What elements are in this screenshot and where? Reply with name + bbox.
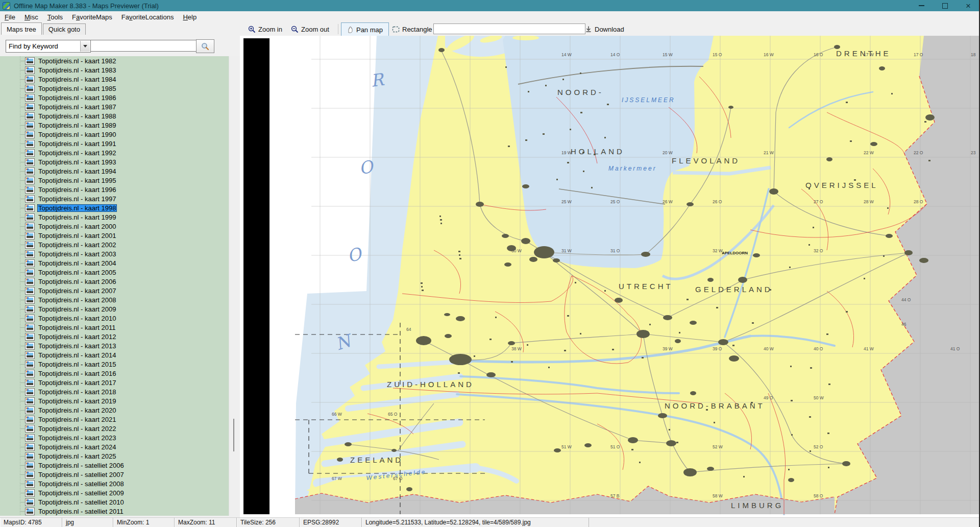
tree-item[interactable]: Topotijdreis.nl - kaart 1988: [0, 111, 229, 121]
tree-item[interactable]: Topotijdreis.nl - kaart 1987: [0, 102, 229, 111]
tree-item-label: Topotijdreis.nl - kaart 2000: [37, 223, 117, 230]
toolbar-text-input[interactable]: [433, 23, 585, 34]
keyword-search-input[interactable]: [90, 40, 197, 52]
tree-item[interactable]: Topotijdreis.nl - kaart 2016: [0, 369, 229, 378]
tree-item[interactable]: Topotijdreis.nl - kaart 2012: [0, 332, 229, 341]
tree-item[interactable]: Topotijdreis.nl - kaart 2000: [0, 222, 229, 231]
tree-item[interactable]: Topotijdreis.nl - kaart 2010: [0, 314, 229, 323]
tree-item-label: Topotijdreis.nl - satelliet 2007: [37, 471, 125, 478]
tree-connector: [20, 180, 24, 181]
tree-item[interactable]: Topotijdreis.nl - satelliet 2009: [0, 488, 229, 497]
pan-map-button[interactable]: Pan map: [341, 22, 389, 37]
svg-text:15 W: 15 W: [663, 52, 673, 57]
tree-item[interactable]: Topotijdreis.nl - kaart 1990: [0, 130, 229, 139]
tree-item[interactable]: Topotijdreis.nl - kaart 2018: [0, 387, 229, 396]
tree-item[interactable]: Topotijdreis.nl - kaart 2013: [0, 341, 229, 350]
tree-item[interactable]: Topotijdreis.nl - kaart 2006: [0, 277, 229, 286]
menu-misc[interactable]: Misc: [20, 12, 43, 22]
tree-item[interactable]: Topotijdreis.nl - kaart 1984: [0, 75, 229, 84]
tree-item[interactable]: Topotijdreis.nl - kaart 1989: [0, 121, 229, 130]
tree-item[interactable]: Topotijdreis.nl - satelliet 2006: [0, 461, 229, 470]
map-thumbnail-icon: [25, 324, 35, 331]
menu-bar: FileMiscToolsFavoriteMapsFavoriteLocatio…: [0, 11, 980, 23]
tree-item[interactable]: Topotijdreis.nl - kaart 1998: [0, 203, 229, 212]
menu-favoritemaps[interactable]: FavoriteMaps: [67, 12, 117, 22]
tree-item[interactable]: Topotijdreis.nl - kaart 1985: [0, 84, 229, 93]
map-thumbnail-icon: [25, 434, 35, 442]
zoom-in-button[interactable]: Zoom in: [248, 22, 282, 36]
tree-scrollbar[interactable]: [229, 56, 240, 516]
tree-item[interactable]: Topotijdreis.nl - kaart 2020: [0, 405, 229, 415]
tree-connector: [20, 318, 24, 319]
tree-connector: [20, 116, 24, 116]
svg-text:39 W: 39 W: [663, 346, 673, 351]
tree-item[interactable]: Topotijdreis.nl - satelliet 2010: [0, 497, 229, 507]
find-mode-dropdown[interactable]: Find by Keyword: [6, 40, 91, 53]
menu-favoritelocations[interactable]: FavoriteLocations: [117, 12, 179, 22]
tree-item[interactable]: Topotijdreis.nl - satelliet 2008: [0, 479, 229, 488]
restore-button[interactable]: [933, 0, 957, 11]
tab-quick-goto[interactable]: Quick goto: [43, 23, 86, 35]
map-viewport[interactable]: NOORD-HOLLANDFLEVOLANDOVERIJSSELDRENTHEU…: [240, 36, 980, 518]
map-canvas[interactable]: NOORD-HOLLANDFLEVOLANDOVERIJSSELDRENTHEU…: [240, 36, 980, 518]
tree-item[interactable]: Topotijdreis.nl - kaart 2007: [0, 286, 229, 295]
search-button[interactable]: [196, 39, 214, 53]
tree-item[interactable]: Topotijdreis.nl - kaart 1995: [0, 176, 229, 185]
map-thumbnail-icon: [25, 57, 35, 65]
svg-text:50 W: 50 W: [814, 395, 824, 400]
tree-item[interactable]: Topotijdreis.nl - kaart 1996: [0, 185, 229, 194]
tree-item[interactable]: Topotijdreis.nl - kaart 1993: [0, 157, 229, 166]
svg-text:27 O: 27 O: [814, 199, 823, 204]
tree-item[interactable]: Topotijdreis.nl - kaart 1991: [0, 139, 229, 148]
rectangle-button[interactable]: Rectangle: [392, 22, 432, 36]
tree-item[interactable]: Topotijdreis.nl - kaart 1994: [0, 166, 229, 176]
tree-item[interactable]: Topotijdreis.nl - kaart 2014: [0, 350, 229, 360]
minimize-button[interactable]: [910, 0, 933, 11]
svg-text:58 O: 58 O: [814, 493, 823, 498]
tree-item[interactable]: Topotijdreis.nl - kaart 2011: [0, 323, 229, 332]
tree-item[interactable]: Topotijdreis.nl - satelliet 2011: [0, 507, 229, 516]
zoom-out-button[interactable]: Zoom out: [291, 22, 329, 36]
window-title: Offline Map Maker 8.383 - Maps Previewer…: [14, 2, 159, 10]
tree-item[interactable]: Topotijdreis.nl - kaart 2001: [0, 231, 229, 240]
svg-text:22 O: 22 O: [914, 150, 923, 155]
tree-item[interactable]: Topotijdreis.nl - kaart 2009: [0, 304, 229, 314]
tree-item-label: Topotijdreis.nl - kaart 1986: [37, 94, 117, 102]
tree-item[interactable]: Topotijdreis.nl - kaart 2019: [0, 396, 229, 405]
menu-help[interactable]: Help: [178, 12, 201, 22]
tree-item[interactable]: Topotijdreis.nl - kaart 2004: [0, 258, 229, 268]
tree-item[interactable]: Topotijdreis.nl - kaart 1983: [0, 65, 229, 75]
tree-item[interactable]: Topotijdreis.nl - kaart 2005: [0, 268, 229, 277]
scrollbar-thumb[interactable]: [233, 419, 234, 451]
tree-item[interactable]: Topotijdreis.nl - kaart 2002: [0, 240, 229, 249]
tree-item[interactable]: Topotijdreis.nl - kaart 2022: [0, 424, 229, 433]
tree-item[interactable]: Topotijdreis.nl - kaart 2017: [0, 378, 229, 387]
svg-text:20 W: 20 W: [663, 150, 673, 155]
close-button[interactable]: ×: [957, 0, 980, 11]
menu-file[interactable]: File: [0, 12, 20, 22]
map-thumbnail-icon: [25, 223, 35, 230]
svg-text:57 B: 57 B: [610, 493, 620, 498]
tree-item[interactable]: Topotijdreis.nl - kaart 1997: [0, 194, 229, 203]
tree-item[interactable]: Topotijdreis.nl - kaart 2003: [0, 249, 229, 258]
tree-item[interactable]: Topotijdreis.nl - kaart 2023: [0, 433, 229, 442]
tree-item[interactable]: Topotijdreis.nl - kaart 2021: [0, 415, 229, 424]
menu-tools[interactable]: Tools: [43, 12, 67, 22]
tree-item[interactable]: Topotijdreis.nl - kaart 1986: [0, 93, 229, 102]
maps-tree-list[interactable]: Topotijdreis.nl - kaart 1982Topotijdreis…: [0, 56, 229, 516]
tree-item[interactable]: Topotijdreis.nl - satelliet 2007: [0, 470, 229, 479]
download-button[interactable]: Download: [585, 22, 624, 36]
title-bar[interactable]: Offline Map Maker 8.383 - Maps Previewer…: [0, 0, 980, 11]
tree-item[interactable]: Topotijdreis.nl - kaart 2024: [0, 442, 229, 451]
tab-maps-tree[interactable]: Maps tree: [1, 22, 42, 35]
dropdown-arrow-button[interactable]: [80, 41, 90, 52]
tree-item-label: Topotijdreis.nl - kaart 2002: [37, 241, 117, 249]
tree-item[interactable]: Topotijdreis.nl - kaart 2025: [0, 451, 229, 461]
tree-item[interactable]: Topotijdreis.nl - kaart 2015: [0, 360, 229, 369]
tree-item[interactable]: Topotijdreis.nl - kaart 2008: [0, 295, 229, 304]
tree-item[interactable]: Topotijdreis.nl - kaart 1982: [0, 56, 229, 65]
find-mode-value: Find by Keyword: [9, 42, 58, 50]
tree-item[interactable]: Topotijdreis.nl - kaart 1999: [0, 212, 229, 222]
tree-item[interactable]: Topotijdreis.nl - kaart 1992: [0, 148, 229, 157]
svg-text:GELDERLAND: GELDERLAND: [695, 285, 773, 294]
